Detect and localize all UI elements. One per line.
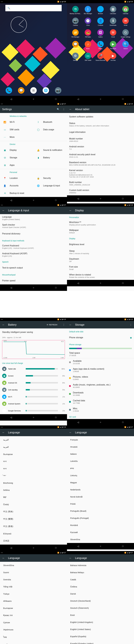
home-button[interactable]: ○ — [99, 420, 102, 424]
daydream-item[interactable]: DaydreamOff — [67, 256, 134, 264]
model-item[interactable]: Model numberJA8H-8S10 — [67, 136, 134, 144]
recents-button[interactable]: □ — [54, 416, 57, 419]
more-item[interactable]: ⋯More — [0, 133, 33, 141]
battery-usage-item[interactable]: ▣Cell standby5% — [0, 386, 67, 393]
wifi-item[interactable]: 📶Wi-Fi — [0, 118, 33, 126]
overflow-icon[interactable]: ⋮ — [130, 324, 132, 326]
language-option[interactable]: বাংলা — [0, 465, 67, 472]
language-option[interactable]: Afrikaans — [0, 598, 67, 604]
legal-item[interactable]: Legal information — [67, 128, 134, 136]
language-option[interactable]: Slovenščina — [0, 562, 67, 569]
language-option[interactable]: Latviešu — [67, 458, 134, 464]
back-icon[interactable]: ← — [69, 323, 72, 326]
back-icon[interactable]: ← — [69, 108, 72, 111]
language-option[interactable]: Suomi — [0, 569, 67, 576]
recents-button[interactable]: □ — [121, 98, 125, 100]
sim-item[interactable]: ▭SIM cards — [0, 126, 33, 133]
language-option[interactable]: Polski — [67, 500, 134, 508]
tts-item[interactable]: Text-to-speech output — [0, 264, 67, 272]
language-option[interactable]: Español (España) — [67, 633, 134, 640]
back-button[interactable]: ◁ — [77, 544, 80, 548]
app-icon-google-settings[interactable]: GGoogle Settings — [120, 29, 131, 38]
language-option[interactable]: ភាសាខ្មែរ — [0, 641, 67, 644]
language-option[interactable]: العربية — [0, 444, 67, 451]
language-option[interactable]: Türkçe — [0, 590, 67, 598]
language-option[interactable]: Hrvatski — [67, 443, 134, 450]
language-option[interactable]: Brezhoneg — [0, 480, 67, 486]
language-option[interactable]: Русский — [67, 529, 134, 536]
data-usage-item[interactable]: ◯Data usage — [33, 126, 67, 133]
storage-item[interactable]: Available23.01GB — [67, 358, 134, 366]
home-button[interactable]: ○ — [32, 198, 35, 202]
messaging-app-icon[interactable]: 💬 — [18, 87, 24, 94]
battery-usage-item[interactable]: ▣Android System1% — [0, 400, 67, 407]
home-button[interactable]: ○ — [32, 546, 35, 550]
language-option[interactable]: Български — [0, 604, 67, 612]
storage-item[interactable]: Cached data18.77MB — [67, 398, 134, 406]
app-icon-calendar[interactable]: 📅Calendar — [120, 6, 131, 14]
back-button[interactable]: ◁ — [9, 98, 13, 100]
build-item[interactable]: Build numberX900_vKB0002_20181218 — [67, 180, 134, 188]
back-button[interactable]: ◁ — [9, 546, 13, 550]
language-option[interactable]: Dansk — [67, 590, 134, 597]
back-icon[interactable]: ← — [2, 556, 5, 560]
display-item[interactable]: ▣Display — [0, 146, 33, 154]
app-icon-fm-radio[interactable]: 📻FM Radio — [82, 29, 94, 38]
language-option[interactable]: Қазақ тілі — [0, 612, 67, 619]
chrome-app-icon[interactable]: 🌐 — [43, 87, 49, 94]
brightness-item[interactable]: Brightness level — [67, 241, 134, 248]
recents-button[interactable]: □ — [121, 197, 125, 200]
app-icon-gmail[interactable]: MGmail — [107, 29, 119, 38]
storage-item[interactable]: Downloads20.30MB — [67, 390, 134, 398]
battery-usage-item[interactable]: ▣Google Services1% — [0, 407, 67, 414]
language-option[interactable]: Português (Portugal) — [67, 514, 134, 522]
home-button[interactable]: ○ — [99, 282, 102, 285]
rotate-item[interactable]: When device is rotatedRotate the content… — [67, 272, 134, 280]
recents-button[interactable]: □ — [121, 544, 125, 548]
app-icon-sound-recorder[interactable]: 🎤Sound Recorder — [95, 52, 106, 61]
app-drawer-icon[interactable]: ⊞ — [30, 87, 37, 94]
language-option[interactable]: Bahasa Indonesia — [67, 562, 134, 569]
language-option[interactable]: English (United States) — [67, 626, 134, 633]
storage-item[interactable]: Misc.2.35GB — [67, 406, 134, 414]
power-saving-item[interactable]: Standby intelligent power saving — [0, 328, 67, 336]
back-button[interactable]: ◁ — [77, 98, 80, 100]
app-icon-calculator[interactable]: ▦Calculator — [107, 6, 119, 14]
back-button[interactable]: ◁ — [9, 416, 13, 419]
language-option[interactable]: Slovenčina — [67, 536, 134, 543]
android-kb-item[interactable]: Android Keyboard (AOSP)English (US) — [0, 251, 67, 259]
app-icon-music[interactable]: ♪Music — [82, 41, 94, 49]
home-button[interactable]: ○ — [32, 98, 35, 100]
app-icon-play-store[interactable]: ▶Play Store — [107, 41, 119, 49]
language-option[interactable]: Norsk bokmål — [67, 493, 134, 500]
language-option[interactable]: Bahasa Melayu — [67, 569, 134, 576]
back-icon[interactable]: ← — [69, 556, 72, 560]
storage-item[interactable]: Pictures, videos0.00KB — [67, 374, 134, 382]
language-option[interactable]: 中文 (简体) — [0, 508, 67, 515]
language-option[interactable]: Deutsch (Österreich) — [67, 604, 134, 612]
battery-usage-item[interactable]: ▣Wi-Fi1% — [0, 393, 67, 400]
language-option[interactable]: Українська — [0, 626, 67, 633]
app-icon-browser[interactable]: 🌐Browser — [95, 6, 106, 14]
recents-button[interactable]: □ — [54, 546, 57, 550]
app-icon-camera[interactable]: 📷Camera — [70, 18, 81, 26]
app-icon-email[interactable]: ✉Email — [120, 18, 131, 26]
phone-app-icon[interactable]: 📞 — [6, 87, 12, 94]
bluetooth-item[interactable]: ᛒBluetooth — [33, 118, 67, 126]
app-icon-backup-and-rest---[interactable]: ⟲Backup and Rest... — [70, 6, 81, 14]
battery-usage-item[interactable]: ▣Screen9% — [0, 372, 67, 379]
language-option[interactable]: Svenska — [0, 576, 67, 583]
updates-item[interactable]: System software updates — [67, 113, 134, 120]
analog-clock-widget[interactable] — [11, 17, 27, 33]
recents-button[interactable]: □ — [54, 198, 57, 202]
camera-app-icon[interactable]: 📷 — [55, 87, 61, 94]
language-option[interactable]: Eesti — [67, 612, 134, 619]
language-option[interactable]: ཡིག་ — [0, 472, 67, 480]
language-option[interactable]: Ελληνικά — [0, 530, 67, 537]
home-button[interactable]: ○ — [99, 98, 102, 100]
back-button[interactable]: ◁ — [77, 420, 80, 424]
app-icon-downloads[interactable]: ⬇Downloads — [107, 18, 119, 26]
battery-usage-item[interactable]: ▣Tablet idle36% — [0, 365, 67, 372]
language-option[interactable]: Nederlands — [67, 486, 134, 493]
google-search-bar[interactable]: 🔍 — [5, 5, 62, 11]
